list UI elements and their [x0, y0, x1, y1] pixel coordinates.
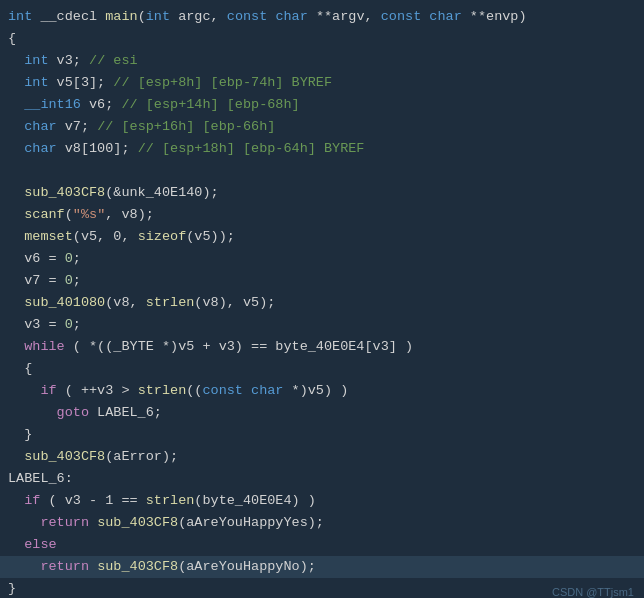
- code-line: LABEL_6:: [0, 468, 644, 490]
- code-line: }: [0, 578, 644, 598]
- code-line: int v5[3]; // [esp+8h] [ebp-74h] BYREF: [0, 72, 644, 94]
- code-line: goto LABEL_6;: [0, 402, 644, 424]
- code-line: sub_403CF8(aError);: [0, 446, 644, 468]
- code-line: int v3; // esi: [0, 50, 644, 72]
- code-line: v7 = 0;: [0, 270, 644, 292]
- code-line: v6 = 0;: [0, 248, 644, 270]
- code-line: memset(v5, 0, sizeof(v5));: [0, 226, 644, 248]
- code-line: int __cdecl main(int argc, const char **…: [0, 6, 644, 28]
- code-line: {: [0, 28, 644, 50]
- code-line: scanf("%s", v8);: [0, 204, 644, 226]
- code-line: {: [0, 358, 644, 380]
- code-line: sub_401080(v8, strlen(v8), v5);: [0, 292, 644, 314]
- code-line: char v8[100]; // [esp+18h] [ebp-64h] BYR…: [0, 138, 644, 160]
- code-line: [0, 160, 644, 182]
- code-container: int __cdecl main(int argc, const char **…: [0, 0, 644, 598]
- code-line: else: [0, 534, 644, 556]
- code-line: return sub_403CF8(aAreYouHappyYes);: [0, 512, 644, 534]
- code-line: if ( v3 - 1 == strlen(byte_40E0E4) ): [0, 490, 644, 512]
- code-lines: int __cdecl main(int argc, const char **…: [0, 6, 644, 598]
- code-line: while ( *((_BYTE *)v5 + v3) == byte_40E0…: [0, 336, 644, 358]
- code-line: v3 = 0;: [0, 314, 644, 336]
- code-line: char v7; // [esp+16h] [ebp-66h]: [0, 116, 644, 138]
- code-line: return sub_403CF8(aAreYouHappyNo);: [0, 556, 644, 578]
- code-line: sub_403CF8(&unk_40E140);: [0, 182, 644, 204]
- code-line: }: [0, 424, 644, 446]
- watermark: CSDN @TTjsm1: [552, 586, 634, 598]
- code-line: if ( ++v3 > strlen((const char *)v5) ): [0, 380, 644, 402]
- code-line: __int16 v6; // [esp+14h] [ebp-68h]: [0, 94, 644, 116]
